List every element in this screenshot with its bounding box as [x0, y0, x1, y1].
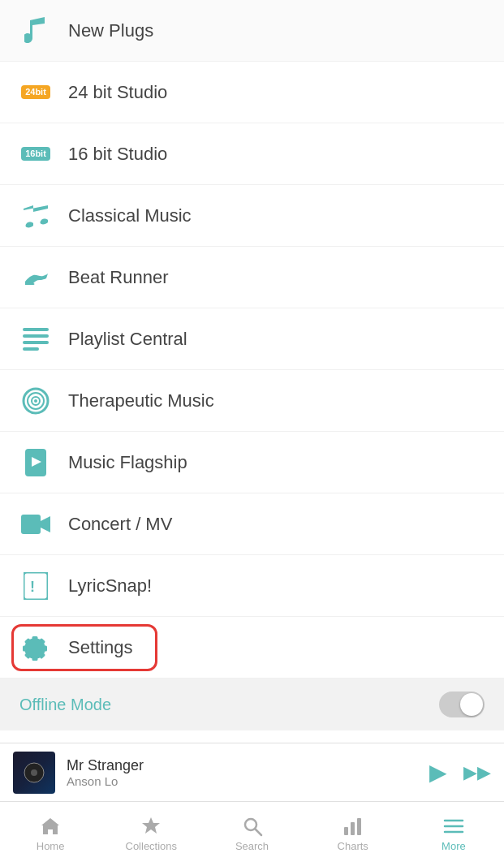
svg-rect-3 — [23, 347, 39, 351]
16bit-label: 16 bit Studio — [68, 144, 167, 165]
charts-icon — [342, 816, 364, 837]
settings-label: Settings — [68, 637, 133, 658]
menu-item-16bit[interactable]: 16bit 16 bit Studio — [0, 123, 504, 185]
lyricsnap-icon: ! — [19, 570, 52, 602]
track-title: Mr Stranger — [67, 757, 429, 774]
svg-rect-17 — [344, 827, 348, 835]
24bit-icon: 24bit — [19, 76, 52, 109]
search-label: Search — [235, 840, 269, 852]
16bit-badge: 16bit — [21, 147, 50, 161]
music-flagship-label: Music Flagship — [68, 452, 187, 473]
home-label: Home — [37, 840, 65, 852]
therapeutic-icon — [19, 385, 52, 417]
menu-item-playlist-central[interactable]: Playlist Central — [0, 308, 504, 370]
now-playing-bar: Mr Stranger Anson Lo ▶ ▶▶ — [0, 743, 504, 801]
play-button[interactable]: ▶ — [429, 759, 447, 786]
menu-item-concert-mv[interactable]: Concert / MV — [0, 493, 504, 555]
menu-item-therapeutic[interactable]: Therapeutic Music — [0, 370, 504, 432]
more-icon — [443, 816, 464, 837]
offline-mode-label: Offline Mode — [19, 696, 111, 714]
svg-point-7 — [34, 399, 37, 403]
new-plugs-label: New Plugs — [68, 20, 153, 41]
therapeutic-label: Therapeutic Music — [68, 390, 214, 411]
svg-marker-14 — [142, 817, 160, 834]
16bit-icon: 16bit — [19, 138, 52, 170]
nav-item-home[interactable]: Home — [0, 802, 101, 866]
beat-runner-label: Beat Runner — [68, 267, 169, 288]
svg-rect-0 — [23, 328, 49, 331]
lyricsnap-label: LyricSnap! — [68, 575, 152, 597]
svg-rect-19 — [357, 818, 361, 835]
collections-icon — [140, 816, 162, 837]
more-label: More — [442, 840, 466, 852]
svg-text:!: ! — [30, 579, 35, 595]
24bit-label: 24 bit Studio — [68, 82, 167, 103]
scroll-area: New Plugs 24bit 24 bit Studio 16bit 16 b… — [0, 0, 504, 743]
svg-rect-9 — [21, 515, 41, 534]
beat-runner-icon — [19, 261, 52, 294]
menu-item-new-plugs[interactable]: New Plugs — [0, 0, 504, 62]
now-playing-info: Mr Stranger Anson Lo — [67, 757, 429, 788]
svg-line-16 — [255, 829, 261, 836]
flagship-icon — [19, 446, 52, 479]
toggle-knob — [460, 693, 483, 716]
menu-item-24bit[interactable]: 24bit 24 bit Studio — [0, 62, 504, 123]
home-icon — [40, 816, 61, 837]
menu-item-lyricsnap[interactable]: ! LyricSnap! — [0, 555, 504, 617]
svg-point-13 — [31, 769, 37, 776]
playback-controls: ▶ ▶▶ — [429, 759, 491, 786]
playlist-icon — [19, 323, 52, 355]
nav-item-search[interactable]: Search — [201, 802, 302, 866]
offline-mode-bar: Offline Mode — [0, 679, 504, 730]
search-icon — [242, 816, 263, 837]
playlist-central-label: Playlist Central — [68, 329, 187, 350]
album-art — [13, 752, 55, 794]
svg-rect-1 — [23, 334, 49, 338]
24bit-badge: 24bit — [21, 85, 50, 99]
svg-rect-18 — [351, 822, 355, 835]
collections-label: Collections — [126, 840, 178, 852]
menu-item-classical[interactable]: Classical Music — [0, 185, 504, 247]
nav-item-collections[interactable]: Collections — [101, 802, 201, 866]
charts-label: Charts — [338, 840, 368, 852]
video-icon — [19, 508, 52, 541]
menu-item-settings[interactable]: Settings — [0, 617, 504, 679]
bottom-nav: Home Collections Search — [0, 801, 504, 866]
app-container: New Plugs 24bit 24 bit Studio 16bit 16 b… — [0, 0, 504, 866]
classical-icon — [19, 200, 52, 232]
svg-rect-2 — [23, 341, 49, 344]
concert-mv-label: Concert / MV — [68, 514, 172, 535]
track-artist: Anson Lo — [67, 774, 429, 788]
music-note-icon — [19, 15, 52, 47]
menu-item-beat-runner[interactable]: Beat Runner — [0, 247, 504, 308]
nav-item-more[interactable]: More — [403, 802, 504, 866]
svg-rect-10 — [24, 572, 48, 600]
fast-forward-button[interactable]: ▶▶ — [463, 762, 491, 783]
art-image — [13, 752, 55, 794]
menu-item-music-flagship[interactable]: Music Flagship — [0, 432, 504, 493]
offline-mode-toggle[interactable] — [439, 692, 485, 717]
settings-icon — [19, 631, 52, 664]
classical-label: Classical Music — [68, 205, 192, 226]
menu-list: New Plugs 24bit 24 bit Studio 16bit 16 b… — [0, 0, 504, 679]
nav-item-charts[interactable]: Charts — [303, 802, 403, 866]
